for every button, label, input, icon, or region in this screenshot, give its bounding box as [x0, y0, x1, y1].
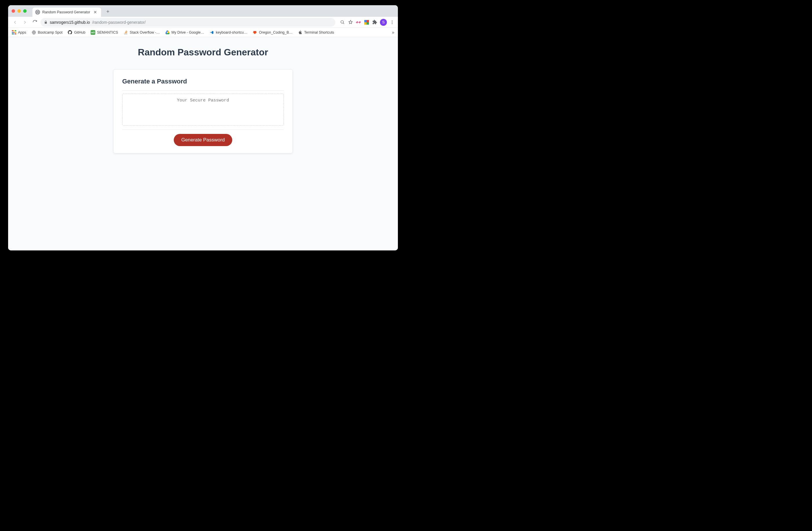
gitlab-icon — [252, 30, 257, 35]
window-close-button[interactable] — [12, 9, 15, 13]
bookmark-star-icon[interactable] — [348, 19, 353, 25]
bookmark-label: keyboard-shortcu… — [216, 30, 247, 34]
window-minimize-button[interactable] — [17, 9, 21, 13]
card-heading: Generate a Password — [122, 78, 284, 91]
svg-rect-2 — [364, 20, 367, 22]
semantics-icon: w3 — [91, 30, 95, 35]
bookmark-keyboard-shortcuts[interactable]: keyboard-shortcu… — [209, 30, 247, 35]
browser-toolbar: samrogers15.github.io/random-password-ge… — [8, 17, 398, 28]
kebab-menu-icon[interactable] — [389, 19, 395, 25]
bookmarks-overflow-button[interactable]: » — [392, 30, 394, 35]
svg-point-1 — [340, 20, 343, 23]
browser-window: Random Password Generator ✕ + samrogers1… — [8, 5, 398, 250]
bookmark-label: My Drive - Google… — [171, 30, 204, 34]
address-bar[interactable]: samrogers15.github.io/random-password-ge… — [41, 18, 335, 27]
bookmark-terminal-shortcuts[interactable]: Terminal Shortcuts — [298, 30, 334, 35]
lock-icon — [44, 20, 47, 24]
bookmark-label: GitHub — [74, 30, 85, 34]
stackoverflow-icon — [124, 30, 128, 35]
svg-point-7 — [392, 22, 393, 23]
bookmark-google-drive[interactable]: My Drive - Google… — [165, 30, 204, 35]
toolbar-right: S — [337, 19, 395, 26]
bookmark-bootcamp-spot[interactable]: Bootcamp Spot — [32, 30, 62, 35]
search-page-icon[interactable] — [339, 19, 345, 25]
globe-icon — [32, 30, 36, 35]
generate-password-button[interactable]: Generate Password — [174, 134, 232, 146]
extension-icon-2[interactable] — [364, 19, 369, 25]
svg-rect-3 — [367, 20, 369, 22]
bookmark-label: Apps — [18, 30, 26, 34]
bookmark-stackoverflow[interactable]: Stack Overflow -… — [124, 30, 160, 35]
window-maximize-button[interactable] — [23, 9, 27, 13]
bookmark-label: SEMANTICS — [97, 30, 118, 34]
bookmark-label: Stack Overflow -… — [130, 30, 160, 34]
apple-icon — [298, 30, 302, 35]
drive-icon — [165, 30, 170, 35]
bookmark-label: Oregon_Coding_B… — [259, 30, 292, 34]
button-row: Generate Password — [122, 130, 284, 146]
bookmark-apps[interactable]: Apps — [12, 30, 26, 35]
tab-title: Random Password Generator — [42, 10, 90, 14]
window-controls — [12, 9, 27, 13]
generator-card: Generate a Password Generate Password — [113, 69, 293, 153]
password-output[interactable] — [122, 94, 284, 126]
svg-rect-5 — [367, 22, 369, 25]
github-icon — [68, 30, 72, 35]
bookmark-oregon-coding[interactable]: Oregon_Coding_B… — [252, 30, 292, 35]
reload-button[interactable] — [31, 18, 39, 26]
page-title: Random Password Generator — [8, 47, 398, 58]
vscode-icon — [209, 30, 214, 35]
bookmark-github[interactable]: GitHub — [68, 30, 85, 35]
globe-icon — [35, 10, 40, 14]
bookmarks-bar: Apps Bootcamp Spot GitHub w3 SEMANTICS S… — [8, 28, 398, 37]
extensions-puzzle-icon[interactable] — [372, 19, 378, 25]
url-path: /random-password-generator/ — [92, 20, 146, 25]
tab-strip: Random Password Generator ✕ + — [8, 5, 398, 17]
new-tab-button[interactable]: + — [103, 7, 112, 16]
svg-rect-4 — [364, 22, 367, 25]
extension-icon-1[interactable] — [356, 19, 361, 25]
forward-button[interactable] — [21, 18, 29, 26]
back-button[interactable] — [11, 18, 19, 26]
bookmark-label: Bootcamp Spot — [38, 30, 62, 34]
browser-tab[interactable]: Random Password Generator ✕ — [32, 8, 101, 17]
close-tab-button[interactable]: ✕ — [92, 9, 98, 15]
apps-grid-icon — [12, 30, 16, 35]
bookmark-label: Terminal Shortcuts — [304, 30, 334, 34]
avatar-letter: S — [382, 20, 385, 24]
svg-point-8 — [392, 23, 393, 24]
bookmark-semantics[interactable]: w3 SEMANTICS — [91, 30, 118, 35]
svg-point-6 — [392, 20, 393, 22]
url-host: samrogers15.github.io — [50, 20, 90, 25]
profile-avatar[interactable]: S — [380, 19, 387, 26]
page-viewport: Random Password Generator Generate a Pas… — [8, 37, 398, 250]
